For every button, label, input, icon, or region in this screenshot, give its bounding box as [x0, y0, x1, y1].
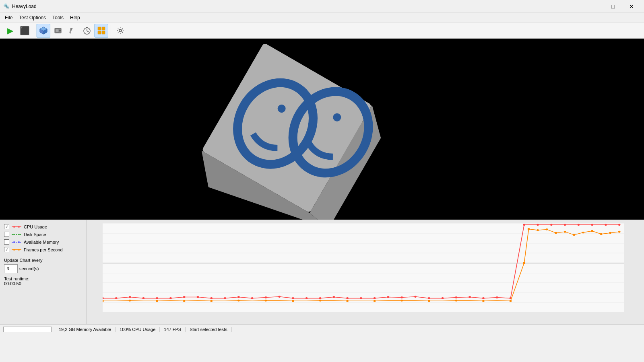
svg-point-70 [115, 297, 118, 299]
svg-point-128 [319, 300, 322, 302]
svg-point-105 [591, 224, 593, 226]
disk-checkbox[interactable] [4, 232, 9, 237]
svg-point-27 [18, 226, 20, 228]
cpu-legend-line [12, 225, 21, 228]
settings-icon [116, 26, 125, 35]
svg-point-81 [265, 296, 267, 298]
svg-point-116 [591, 230, 593, 232]
chart-svg: 0 20 40 60 80 100 120 140 160 FPS 0 % 10… [103, 223, 624, 312]
svg-point-111 [546, 228, 548, 230]
svg-point-77 [210, 297, 213, 299]
menu-file[interactable]: File [2, 14, 16, 21]
minimize-button[interactable]: — [585, 0, 604, 13]
titlebar-controls: — □ ✕ [585, 0, 641, 13]
seconds-input[interactable] [4, 264, 18, 273]
close-button[interactable]: ✕ [622, 0, 641, 13]
titlebar: 🔩 HeavyLoad — □ ✕ [0, 0, 644, 13]
fps-legend-line [12, 248, 21, 251]
status-cpu: 100% CPU Usage [116, 327, 160, 332]
svg-point-107 [618, 224, 621, 226]
fps-legend-label: Frames per Second [24, 247, 63, 252]
svg-point-117 [600, 233, 603, 235]
svg-point-78 [224, 297, 226, 299]
menu-tools[interactable]: Tools [49, 14, 67, 21]
cpu-test-button[interactable] [37, 24, 50, 37]
svg-point-36 [18, 249, 20, 251]
svg-point-125 [237, 300, 240, 302]
svg-point-109 [528, 228, 530, 230]
memory-checkbox[interactable] [4, 239, 9, 245]
cpu-checkbox[interactable] [4, 224, 9, 229]
legend-fps: Frames per Second [4, 247, 82, 252]
svg-point-91 [400, 296, 403, 298]
legend-panel: CPU Usage Disk Space Available Memory [0, 220, 87, 324]
svg-point-94 [442, 297, 444, 299]
update-label: Update Chart every [4, 258, 82, 263]
svg-point-92 [414, 296, 417, 298]
svg-point-86 [332, 296, 335, 298]
svg-point-87 [346, 297, 349, 299]
memory-legend-label: Available Memory [24, 240, 59, 245]
svg-point-134 [482, 300, 485, 302]
timer-button[interactable] [80, 24, 94, 37]
update-section: Update Chart every second(s) Test runtim… [4, 258, 82, 286]
runtime-label: Test runtime: [4, 276, 82, 281]
menubar: File Test Options Tools Help [0, 13, 644, 23]
svg-point-133 [455, 300, 458, 302]
legend-memory: Available Memory [4, 239, 82, 245]
svg-point-131 [400, 300, 403, 302]
svg-point-88 [360, 297, 362, 299]
svg-point-85 [319, 297, 322, 299]
svg-rect-12 [102, 27, 105, 30]
progress-bar [3, 327, 52, 332]
disk-legend-label: Disk Space [24, 232, 46, 237]
svg-rect-13 [98, 31, 101, 34]
menu-test-options[interactable]: Test Options [16, 14, 49, 21]
svg-point-101 [537, 224, 539, 226]
statusbar: 19,2 GB Memory Available 100% CPU Usage … [0, 324, 644, 334]
svg-point-15 [119, 29, 122, 32]
svg-point-114 [573, 234, 575, 236]
legend-cpu: CPU Usage [4, 224, 82, 229]
svg-rect-10 [86, 27, 88, 28]
svg-point-113 [564, 231, 566, 233]
svg-point-26 [13, 226, 15, 228]
play-button[interactable]: ▶ [3, 24, 17, 37]
maximize-button[interactable]: □ [604, 0, 622, 13]
gpu-test-button[interactable] [95, 24, 108, 37]
grid-icon [97, 26, 106, 35]
memory-test-button[interactable] [66, 24, 79, 37]
status-memory: 19,2 GB Memory Available [55, 327, 116, 332]
svg-rect-11 [98, 27, 101, 30]
chart-area: 0 20 40 60 80 100 120 140 160 FPS 0 % 10… [87, 220, 644, 324]
toolbar-sep-2 [111, 25, 111, 36]
svg-point-32 [13, 241, 15, 243]
svg-point-110 [537, 229, 539, 231]
svg-point-118 [609, 232, 611, 234]
disk-icon [54, 26, 62, 35]
svg-point-135 [510, 300, 512, 302]
svg-point-90 [387, 296, 390, 298]
svg-line-9 [87, 31, 89, 32]
pen-icon [68, 26, 77, 35]
cpu-legend-label: CPU Usage [24, 224, 47, 229]
disk-test-button[interactable] [51, 24, 65, 37]
menu-help[interactable]: Help [67, 14, 83, 21]
svg-point-124 [210, 300, 213, 302]
svg-point-30 [18, 234, 20, 235]
svg-point-122 [156, 300, 158, 302]
stop-button[interactable]: ⬛ [18, 24, 31, 37]
timer-icon [83, 26, 91, 35]
svg-point-127 [292, 300, 294, 302]
svg-point-126 [265, 300, 267, 302]
svg-point-6 [59, 30, 61, 31]
toolbar-sep-1 [34, 25, 34, 36]
svg-point-130 [374, 300, 376, 302]
fps-checkbox[interactable] [4, 247, 9, 252]
svg-point-74 [169, 297, 172, 299]
svg-rect-5 [56, 29, 59, 32]
titlebar-left: 🔩 HeavyLoad [3, 3, 37, 10]
settings-button[interactable] [114, 24, 127, 37]
svg-point-132 [428, 300, 430, 302]
svg-point-71 [129, 296, 131, 298]
